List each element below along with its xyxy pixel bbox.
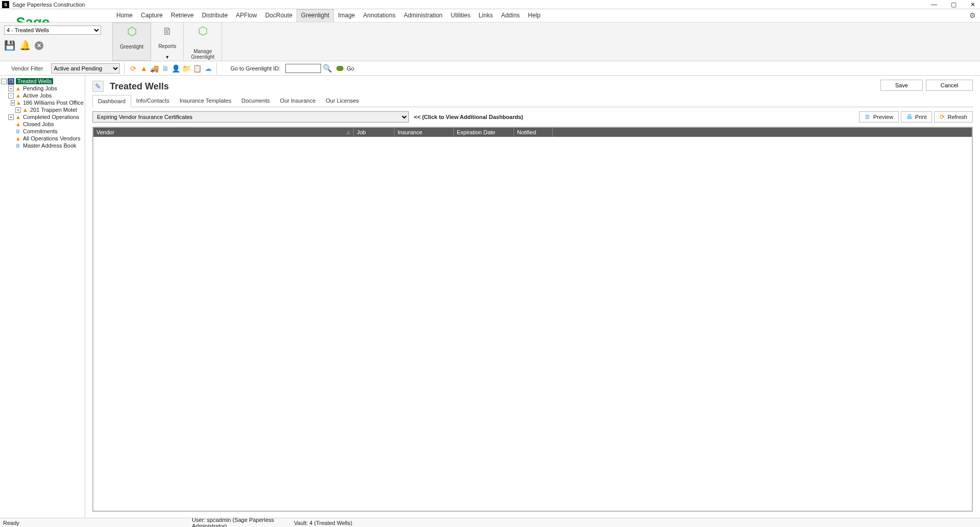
tree-label: Closed Jobs <box>23 121 54 127</box>
warning-icon: ▲ <box>15 114 21 121</box>
refresh-icon[interactable]: ⟳ <box>129 64 137 73</box>
app-icon: S <box>2 1 9 8</box>
preview-label: Preview <box>873 114 893 120</box>
expand-icon[interactable]: + <box>11 100 15 106</box>
expand-icon[interactable]: + <box>15 107 21 113</box>
ribbon-manage-label: ManageGreenlight <box>191 49 214 60</box>
window-close-button[interactable]: ✕ <box>968 1 978 8</box>
print-button[interactable]: 🖶Print <box>901 111 933 123</box>
expand-icon[interactable]: + <box>8 114 14 120</box>
save-icon[interactable]: 💾 <box>4 40 15 51</box>
folder-icon[interactable]: 📁 <box>182 64 191 73</box>
view-additional-dashboards-link[interactable]: << (Click to View Additional Dashboards) <box>414 114 523 120</box>
ribbon: 4 - Treated Wells 💾 🔔 ✕ ⬡ Greenlight 🗎 R… <box>0 22 980 61</box>
menu-home[interactable]: Home <box>112 10 137 22</box>
clear-icon[interactable]: ✕ <box>35 41 43 50</box>
tree-root-label: Treated Wells <box>16 78 53 84</box>
col-notified[interactable]: Notified <box>514 128 553 137</box>
tab-dashboard[interactable]: Dashboard <box>92 95 131 107</box>
main-area: - ❒ Treated Wells + ▲ Pending Jobs - ▲ A… <box>0 76 980 518</box>
menu-annotations[interactable]: Annotations <box>359 10 400 22</box>
ribbon-greenlight-button[interactable]: ⬡ Greenlight <box>112 22 151 61</box>
tree-completed-ops[interactable]: + ▲ Completed Operations <box>1 113 84 121</box>
tree-label: 186 Williams Post Office <box>23 100 84 106</box>
tree-pending-jobs[interactable]: + ▲ Pending Jobs <box>1 85 84 92</box>
menu-distribute[interactable]: Distribute <box>198 10 232 22</box>
menu-links[interactable]: Links <box>475 10 497 22</box>
window-minimize-button[interactable]: — <box>929 1 939 8</box>
tree-master-address-book[interactable]: 🗎 Master Address Book <box>1 142 84 149</box>
page-title: Treated Wells <box>110 81 169 92</box>
menu-greenlight[interactable]: Greenlight <box>297 9 334 22</box>
menubar: Sage Home Capture Retrieve Distribute AP… <box>0 9 980 22</box>
tree-all-ops-vendors[interactable]: ▲ All Operations Vendors <box>1 135 84 142</box>
menu-addins[interactable]: Addins <box>497 10 524 22</box>
tree-label: Active Jobs <box>23 92 52 99</box>
menu-help[interactable]: Help <box>524 10 545 22</box>
sub-tabs: Dashboard Info/Contacts Insurance Templa… <box>92 95 973 107</box>
print-icon: 🖶 <box>906 113 913 121</box>
menu-image[interactable]: Image <box>334 10 359 22</box>
tree-root[interactable]: - ❒ Treated Wells <box>1 78 84 85</box>
col-expiration-date[interactable]: Expiration Date <box>454 128 514 137</box>
tree-job-201[interactable]: + ▲ 201 Trappen Motel <box>1 106 84 113</box>
tab-insurance-templates[interactable]: Insurance Templates <box>175 95 236 107</box>
menu-capture[interactable]: Capture <box>137 10 167 22</box>
document-icon: 🗎 <box>15 128 21 135</box>
tree-commitments[interactable]: 🗎 Commitments <box>1 128 84 135</box>
manage-greenlight-icon: ⬡ <box>196 25 209 38</box>
tree-closed-jobs[interactable]: ▲ Closed Jobs <box>1 121 84 128</box>
print-label: Print <box>915 114 927 120</box>
save-button[interactable]: Save <box>880 80 923 91</box>
menu-apflow[interactable]: APFlow <box>232 10 261 22</box>
menu-administration[interactable]: Administration <box>400 10 447 22</box>
clipboard-icon[interactable]: 📋 <box>193 64 202 73</box>
warning-icon: ▲ <box>15 92 21 99</box>
expand-icon[interactable]: + <box>8 86 14 91</box>
cancel-button[interactable]: Cancel <box>926 80 973 91</box>
cloud-icon[interactable]: ☁ <box>204 64 212 73</box>
reports-icon: 🗎 <box>161 25 174 38</box>
tree-active-jobs[interactable]: - ▲ Active Jobs <box>1 92 84 99</box>
dashboard-select[interactable]: Expiring Vendor Insurance Certificates <box>92 111 409 123</box>
refresh-button[interactable]: ⟳Refresh <box>934 111 973 123</box>
goto-greenlight-input[interactable] <box>285 64 321 73</box>
settings-gear-icon[interactable]: ⚙ <box>969 11 976 19</box>
ribbon-reports-button[interactable]: 🗎 Reports ▼ <box>151 22 184 61</box>
vault-selector[interactable]: 4 - Treated Wells <box>4 26 101 35</box>
edit-icon[interactable]: ✎ <box>92 81 104 92</box>
status-vault: Vault: 4 (Treated Wells) <box>294 520 352 526</box>
collapse-icon[interactable]: - <box>8 93 14 99</box>
ribbon-manage-greenlight-button[interactable]: ⬡ ManageGreenlight <box>184 22 222 61</box>
menu-docroute[interactable]: DocRoute <box>261 10 296 22</box>
tab-info-contacts[interactable]: Info/Contacts <box>131 95 175 107</box>
page-icon[interactable]: 🗎 <box>161 64 169 73</box>
separator <box>124 63 125 74</box>
preview-button[interactable]: 🗎Preview <box>859 111 899 123</box>
tree-label: Completed Operations <box>23 114 79 120</box>
search-icon[interactable]: 🔍 <box>323 64 332 73</box>
warning-icon: ▲ <box>15 135 21 142</box>
chevron-down-icon: ▼ <box>165 55 169 60</box>
col-insurance[interactable]: Insurance <box>395 128 454 137</box>
menu-utilities[interactable]: Utilities <box>447 10 475 22</box>
tab-our-insurance[interactable]: Our Insurance <box>275 95 321 107</box>
tab-documents[interactable]: Documents <box>236 95 275 107</box>
status-bar: Ready User: spcadmin (Sage Paperless Adm… <box>0 518 980 527</box>
col-vendor[interactable]: Vendor△ <box>93 128 354 137</box>
bell-icon[interactable]: 🔔 <box>19 40 31 51</box>
window-maximize-button[interactable]: ▢ <box>948 1 959 8</box>
truck-icon[interactable]: 🚚 <box>150 64 159 73</box>
col-job[interactable]: Job <box>354 128 395 137</box>
warning-icon[interactable]: ▲ <box>139 64 148 73</box>
collapse-icon[interactable]: - <box>1 79 7 84</box>
person-icon[interactable]: 👤 <box>172 64 180 73</box>
go-button[interactable]: Go <box>347 65 354 71</box>
tree-job-186[interactable]: + ▲ 186 Williams Post Office <box>1 99 84 106</box>
preview-icon: 🗎 <box>865 113 871 121</box>
menu-retrieve[interactable]: Retrieve <box>167 10 198 22</box>
vendor-filter-select[interactable]: Active and Pending <box>51 63 120 74</box>
tree-label: Master Address Book <box>23 142 77 149</box>
refresh-label: Refresh <box>947 114 967 120</box>
tab-our-licenses[interactable]: Our Licenses <box>321 95 364 107</box>
